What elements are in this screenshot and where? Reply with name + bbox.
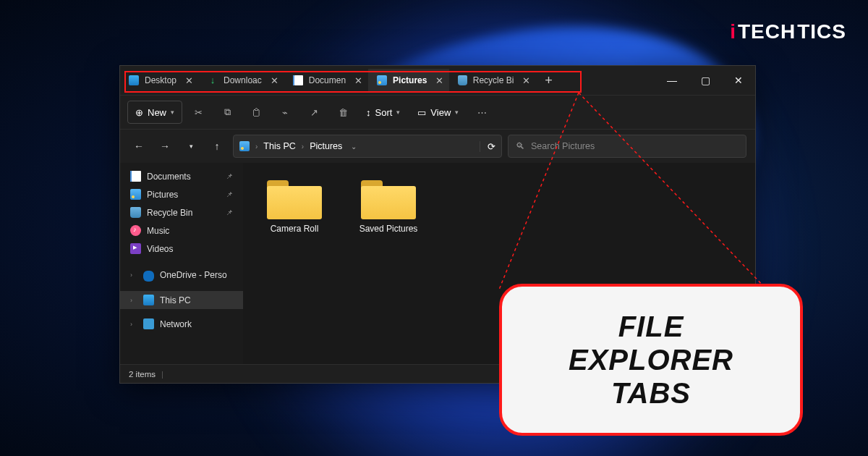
address-bar[interactable]: › This PC › Pictures ⌄ ⟳ (233, 135, 502, 158)
sidebar-item-documents[interactable]: Documents 📌︎ (120, 167, 243, 185)
chevron-right-icon[interactable]: › (130, 297, 137, 304)
brand-logo: iTECHTICS (730, 20, 846, 43)
document-icon (130, 171, 141, 182)
search-box[interactable]: 🔍︎ Search Pictures (508, 135, 746, 158)
desktop-icon (129, 75, 139, 85)
new-tab-button[interactable]: + (536, 73, 561, 88)
clipboard-icon: 📋︎ (252, 107, 261, 118)
view-icon: ▭ (417, 107, 426, 118)
pictures-icon (130, 189, 141, 200)
folder-saved-pictures[interactable]: Saved Pictures (349, 172, 428, 238)
sidebar-item-onedrive[interactable]: › OneDrive - Perso (120, 265, 243, 285)
tab-label: Documen (309, 75, 346, 85)
delete-button[interactable]: 🗑︎ (330, 101, 356, 124)
breadcrumb-root[interactable]: This PC (263, 141, 295, 151)
music-icon (130, 225, 141, 236)
close-tab-icon[interactable]: ✕ (271, 75, 278, 86)
download-icon: ↓ (208, 75, 218, 85)
videos-icon (130, 243, 141, 254)
paste-button[interactable]: 📋︎ (243, 101, 269, 124)
copy-icon: ⧉ (224, 106, 231, 118)
copy-button[interactable]: ⧉ (214, 101, 240, 124)
folder-camera-roll[interactable]: Camera Roll (255, 172, 334, 238)
pictures-icon (239, 141, 250, 151)
scissors-icon: ✂ (195, 107, 203, 118)
forward-button[interactable]: → (155, 136, 175, 156)
refresh-button[interactable]: ⟳ (480, 141, 495, 152)
sidebar-item-this-pc[interactable]: › This PC (120, 291, 243, 309)
sidebar-item-pictures[interactable]: Pictures 📌︎ (120, 185, 243, 203)
minimize-button[interactable]: — (655, 66, 689, 95)
tab-label: Desktop (145, 75, 176, 85)
sidebar-item-videos[interactable]: Videos (120, 240, 243, 258)
tab-label: Downloac (224, 75, 262, 85)
rename-icon: ⌁ (282, 107, 288, 118)
window-controls: — ▢ ✕ (655, 66, 755, 95)
tab-desktop[interactable]: Desktop ✕ (120, 69, 199, 92)
cut-button[interactable]: ✂ (185, 101, 211, 124)
recycle-bin-icon (130, 207, 141, 218)
chevron-right-icon: › (302, 143, 304, 151)
rename-button[interactable]: ⌁ (272, 101, 298, 124)
document-icon (293, 75, 303, 85)
close-tab-icon[interactable]: ✕ (185, 75, 193, 86)
search-placeholder: Search Pictures (531, 141, 595, 151)
chevron-right-icon: › (255, 143, 258, 151)
navigation-pane: Documents 📌︎ Pictures 📌︎ Recycle Bin 📌︎ … (120, 163, 243, 364)
close-tab-icon[interactable]: ✕ (435, 75, 443, 86)
view-button[interactable]: ▭ View ▾ (410, 101, 466, 124)
more-button[interactable]: ⋯ (469, 101, 495, 124)
sort-button[interactable]: ↕ Sort ▾ (359, 101, 407, 124)
search-icon: 🔍︎ (516, 141, 525, 151)
navigation-row: ← → ▾ ↑ › This PC › Pictures ⌄ ⟳ 🔍︎ Sear… (120, 130, 755, 163)
share-button[interactable]: ↗ (301, 101, 327, 124)
onedrive-icon (143, 271, 154, 282)
sidebar-item-recycle-bin[interactable]: Recycle Bin 📌︎ (120, 203, 243, 221)
recycle-bin-icon (458, 75, 467, 85)
tab-downloads[interactable]: ↓ Downloac ✕ (199, 69, 284, 92)
close-tab-icon[interactable]: ✕ (354, 75, 362, 86)
tab-pictures[interactable]: Pictures ✕ (368, 69, 449, 92)
maximize-button[interactable]: ▢ (689, 66, 722, 95)
tab-label: Pictures (393, 75, 427, 85)
pin-icon: 📌︎ (226, 208, 233, 216)
pictures-icon (377, 75, 387, 85)
folder-icon (361, 176, 416, 219)
pin-icon: 📌︎ (226, 172, 233, 180)
close-tab-icon[interactable]: ✕ (522, 75, 530, 86)
tab-documents[interactable]: Documen ✕ (284, 69, 368, 92)
recent-menu-button[interactable]: ▾ (181, 136, 201, 156)
sidebar-item-music[interactable]: Music (120, 221, 243, 240)
sidebar-item-network[interactable]: › Network (120, 315, 243, 333)
plus-circle-icon: ⊕ (135, 107, 143, 118)
share-icon: ↗ (310, 107, 318, 118)
command-bar: ⊕ New ▾ ✂ ⧉ 📋︎ ⌁ ↗ 🗑︎ ↕ Sort ▾ ▭ View ▾ … (120, 95, 755, 130)
tab-label: Recycle Bi (473, 75, 514, 85)
pin-icon: 📌︎ (226, 190, 233, 198)
chevron-right-icon[interactable]: › (130, 271, 137, 279)
titlebar: Desktop ✕ ↓ Downloac ✕ Documen ✕ Picture… (120, 66, 755, 95)
ellipsis-icon: ⋯ (477, 107, 487, 118)
sort-icon: ↕ (366, 107, 371, 118)
network-icon (143, 318, 154, 329)
up-button[interactable]: ↑ (207, 136, 227, 156)
this-pc-icon (143, 295, 154, 305)
chevron-down-icon: ▾ (396, 109, 400, 116)
folder-icon (267, 176, 322, 219)
item-count: 2 items (129, 370, 156, 379)
chevron-down-icon: ▾ (171, 109, 174, 116)
back-button[interactable]: ← (129, 136, 149, 156)
chevron-right-icon[interactable]: › (130, 321, 137, 328)
address-dropdown-button[interactable]: ⌄ (348, 143, 359, 151)
trash-icon: 🗑︎ (339, 107, 348, 118)
annotation-callout: FILE EXPLORER TABS (499, 284, 803, 436)
chevron-down-icon: ▾ (455, 109, 459, 116)
new-button[interactable]: ⊕ New ▾ (127, 101, 182, 124)
tab-strip: Desktop ✕ ↓ Downloac ✕ Documen ✕ Picture… (120, 66, 561, 95)
breadcrumb-current[interactable]: Pictures (310, 141, 342, 151)
tab-recycle-bin[interactable]: Recycle Bi ✕ (449, 69, 536, 92)
close-window-button[interactable]: ✕ (722, 66, 755, 95)
